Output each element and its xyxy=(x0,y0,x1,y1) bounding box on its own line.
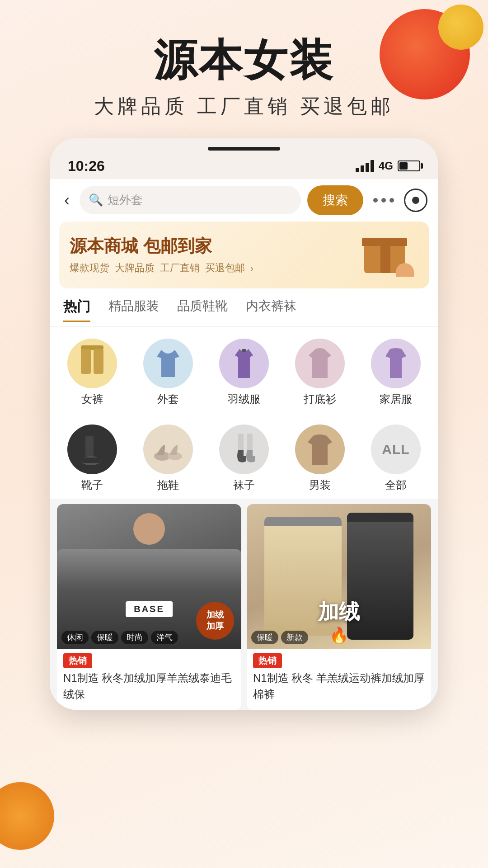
banner[interactable]: 源本商城 包邮到家 爆款现货 大牌品质 工厂直销 买退包邮 › xyxy=(59,222,429,288)
banner-arrow: › xyxy=(250,263,253,274)
header-section: 源本女装 大牌品质 工厂直销 买退包邮 xyxy=(0,0,488,138)
svg-rect-6 xyxy=(81,458,101,463)
tag-relax: 休闲 xyxy=(61,631,89,644)
dot-2 xyxy=(381,198,386,203)
product-card-2[interactable]: 加绒 🔥 保暖 新款 热销 N1制造 秋冬 羊羔绒运动裤加绒加厚棉裤 xyxy=(247,504,431,710)
product-desc-1: N1制造 秋冬加绒加厚羊羔绒泰迪毛绒保 xyxy=(63,670,235,703)
tag-new: 新款 xyxy=(281,631,308,644)
product-grid: BASE 加绒 加厚 休闲 保暖 时尚 洋气 xyxy=(50,499,438,710)
cat-circle-boots xyxy=(67,425,117,474)
svg-rect-10 xyxy=(247,434,253,452)
product-img-2: 加绒 🔥 保暖 新款 xyxy=(247,504,431,649)
banner-item-3: 工厂直销 xyxy=(160,261,200,275)
cat-circle-home xyxy=(371,339,421,388)
cat-item-base[interactable]: 打底衫 xyxy=(282,334,358,413)
search-button[interactable]: 搜索 xyxy=(307,185,363,215)
banner-item-2: 大牌品质 xyxy=(115,261,155,275)
product-info-1: 热销 N1制造 秋冬加绒加厚羊羔绒泰迪毛绒保 xyxy=(57,649,241,710)
cat-circle-down xyxy=(219,339,269,388)
svg-rect-2 xyxy=(94,349,103,374)
more-button[interactable] xyxy=(370,195,398,205)
tab-clothing[interactable]: 精品服装 xyxy=(108,297,159,322)
banner-item-1: 爆款现货 xyxy=(70,261,109,275)
cat-item-slipper[interactable]: 拖鞋 xyxy=(130,420,206,499)
badge-jiare: 加绒 xyxy=(206,609,224,621)
cat-label-slipper: 拖鞋 xyxy=(157,478,179,492)
cat-item-boots[interactable]: 靴子 xyxy=(54,420,130,499)
cat-label-base: 打底衫 xyxy=(304,392,336,406)
cat-label-mens: 男装 xyxy=(309,478,331,492)
cat-item-socks[interactable]: 袜子 xyxy=(206,420,282,499)
network-label: 4G xyxy=(379,160,393,172)
svg-rect-9 xyxy=(238,434,244,452)
cat-circle-socks xyxy=(219,425,269,474)
cat-item-all[interactable]: ALL 全部 xyxy=(358,420,434,499)
phone-frame: 10:26 4G ‹ 🔍 短外套 搜索 xyxy=(50,138,438,710)
hot-badge-1: 热销 xyxy=(63,653,92,668)
main-title: 源本女装 xyxy=(0,36,488,84)
product-desc-2: N1制造 秋冬 羊羔绒运动裤加绒加厚棉裤 xyxy=(253,670,425,703)
cat-label-boots: 靴子 xyxy=(81,478,103,492)
product-info-2: 热销 N1制造 秋冬 羊羔绒运动裤加绒加厚棉裤 xyxy=(247,649,431,710)
badge-jiahou: 加厚 xyxy=(206,621,224,632)
banner-item-4: 买退包邮 xyxy=(205,261,245,275)
cat-item-jacket[interactable]: 外套 xyxy=(130,334,206,413)
cat-circle-all: ALL xyxy=(371,425,421,474)
product-img-1: BASE 加绒 加厚 休闲 保暖 时尚 洋气 xyxy=(57,504,241,649)
tab-underwear[interactable]: 内衣裤袜 xyxy=(246,297,296,322)
fire-emoji: 🔥 xyxy=(329,626,348,644)
cat-circle-nuku xyxy=(67,339,117,388)
banner-title: 源本商城 包邮到家 xyxy=(70,235,257,258)
cat-label-jacket: 外套 xyxy=(157,392,179,406)
search-bar: ‹ 🔍 短外套 搜索 xyxy=(50,179,438,222)
phone-content: ‹ 🔍 短外套 搜索 源本商城 包邮到家 爆款现货 大牌品质 xyxy=(50,179,438,710)
tag-style: 洋气 xyxy=(151,631,178,644)
banner-subtitle: 爆款现货 大牌品质 工厂直销 买退包邮 › xyxy=(70,261,257,275)
category-tabs: 热门 精品服装 品质鞋靴 内衣裤袜 xyxy=(50,293,438,327)
svg-rect-3 xyxy=(242,349,246,352)
cat-item-nuku[interactable]: 女裤 xyxy=(54,334,130,413)
tag-warm: 保暖 xyxy=(91,631,118,644)
battery-fill xyxy=(399,162,408,170)
banner-image xyxy=(360,232,418,278)
cat-label-nuku: 女裤 xyxy=(81,392,103,406)
cat-circle-jacket xyxy=(143,339,193,388)
svg-rect-4 xyxy=(85,436,94,456)
deco-circle-bottom-left xyxy=(0,782,54,850)
hot-badge-2: 热销 xyxy=(253,653,282,668)
status-time: 10:26 xyxy=(68,158,105,175)
back-button[interactable]: ‹ xyxy=(61,189,73,212)
cat-item-mens[interactable]: 男装 xyxy=(282,420,358,499)
cat-label-home: 家居服 xyxy=(380,392,412,406)
cat-circle-slipper xyxy=(143,425,193,474)
sub-title: 大牌品质 工厂直销 买退包邮 xyxy=(0,93,488,120)
banner-text: 源本商城 包邮到家 爆款现货 大牌品质 工厂直销 买退包邮 › xyxy=(70,235,257,275)
cat-label-socks: 袜子 xyxy=(233,478,255,492)
tag-warm2: 保暖 xyxy=(251,631,278,644)
cat-circle-base xyxy=(295,339,345,388)
signal-bars xyxy=(356,160,374,172)
battery-icon xyxy=(398,160,420,171)
cat-label-all: 全部 xyxy=(385,478,407,492)
tab-hot[interactable]: 热门 xyxy=(63,297,90,322)
search-placeholder: 短外套 xyxy=(108,192,143,208)
notch-bar xyxy=(208,147,280,151)
jiare-text: 加绒 xyxy=(318,598,360,626)
cat-circle-mens xyxy=(295,425,345,474)
svg-rect-1 xyxy=(81,349,91,374)
status-icons: 4G xyxy=(356,160,420,172)
camera-icon xyxy=(412,197,419,204)
product-card-1[interactable]: BASE 加绒 加厚 休闲 保暖 时尚 洋气 xyxy=(57,504,241,710)
cat-item-down[interactable]: 羽绒服 xyxy=(206,334,282,413)
category-grid-row2: 靴子 拖鞋 xyxy=(50,413,438,499)
cat-item-home[interactable]: 家居服 xyxy=(358,334,434,413)
tab-shoes[interactable]: 品质鞋靴 xyxy=(177,297,228,322)
status-bar: 10:26 4G xyxy=(50,158,438,175)
cat-label-down: 羽绒服 xyxy=(228,392,260,406)
camera-button[interactable] xyxy=(404,189,427,212)
search-icon: 🔍 xyxy=(89,193,103,207)
dot-3 xyxy=(389,198,394,203)
tag-fashion: 时尚 xyxy=(121,631,148,644)
search-input-wrap[interactable]: 🔍 短外套 xyxy=(80,186,301,214)
dot-1 xyxy=(373,198,378,203)
